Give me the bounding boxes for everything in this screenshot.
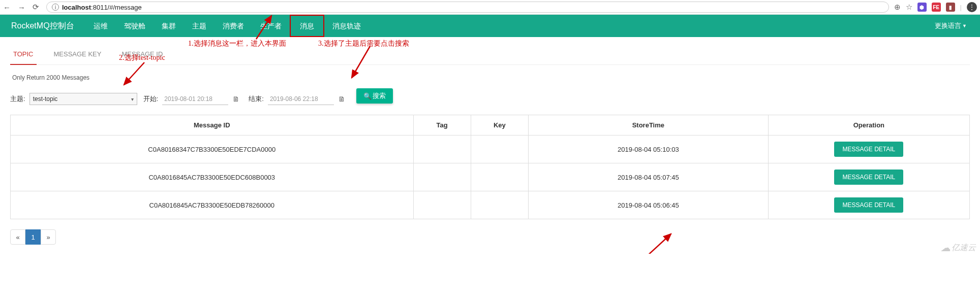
app-header: RocketMQ控制台 运维 驾驶舱 集群 主题 消费者 生产者 消息 消息轨迹… [0,15,980,37]
calendar-icon[interactable]: 🗎 [338,95,345,103]
cell-msgid: C0A80168347C7B3300E50EDE7CDA0000 [11,136,414,163]
cell-tag [413,163,471,191]
start-time-input[interactable] [162,93,228,105]
svg-line-3 [124,62,144,85]
nav-item-trace[interactable]: 消息轨迹 [324,15,369,37]
page-next[interactable]: » [41,229,56,245]
info-message: Only Return 2000 Messages [12,74,968,81]
table-row: C0A80168347C7B3300E50EDE7CDA00002019-08-… [11,136,970,163]
search-in-page-icon[interactable]: ⊕ [894,3,901,12]
message-detail-button[interactable]: MESSAGE DETAIL [834,142,903,157]
back-icon[interactable]: ← [3,3,11,12]
chevron-down-icon: ▼ [962,23,967,28]
reload-icon[interactable]: ⟳ [33,3,39,12]
app-title: RocketMQ控制台 [5,21,80,31]
end-time-input[interactable] [268,93,334,105]
end-label: 结束: [249,94,264,104]
cell-store: 2019-08-04 05:10:03 [528,136,768,163]
browser-menu-icon[interactable]: ⋮ [967,2,977,12]
nav-item-cluster[interactable]: 集群 [154,15,184,37]
content-area: TOPIC MESSAGE KEY MESSAGE ID Only Return… [0,37,980,254]
message-detail-button[interactable]: MESSAGE DETAIL [834,170,903,185]
table-header-row: Message ID Tag Key StoreTime Operation [11,115,970,136]
cell-key [471,136,528,163]
language-switch[interactable]: 更换语言 ▼ [927,21,975,30]
tab-message-key[interactable]: MESSAGE KEY [51,46,105,64]
watermark: ☁ 亿速云 [940,242,976,254]
message-detail-button[interactable]: MESSAGE DETAIL [834,197,903,213]
extension-icon[interactable]: FE [932,3,941,12]
nav-item-message[interactable]: 消息 [290,15,324,37]
th-tag: Tag [413,115,471,136]
tab-message-id[interactable]: MESSAGE ID [118,46,166,64]
tabs: TOPIC MESSAGE KEY MESSAGE ID [10,46,970,65]
cell-op: MESSAGE DETAIL [768,163,969,191]
start-label: 开始: [143,94,159,104]
url-bar[interactable]: i localhost:8011/#/message [46,2,889,13]
cell-store: 2019-08-04 05:07:45 [528,163,768,191]
browser-chrome: ← → ⟳ i localhost:8011/#/message ⊕ ☆ ⬢ F… [0,0,980,15]
th-message-id: Message ID [11,115,414,136]
browser-right: ⊕ ☆ ⬢ FE ▮ | ⋮ [894,2,977,12]
cell-msgid: C0A8016845AC7B3300E50EDC608B0003 [11,163,414,191]
browser-nav-icons: ← → ⟳ [3,3,39,12]
info-icon: i [52,4,59,11]
url-text: localhost:8011/#/message [62,4,142,11]
cell-key [471,163,528,191]
search-icon: 🔍 [363,92,372,100]
page-prev[interactable]: « [10,229,25,245]
topic-select[interactable]: test-topic [29,93,137,105]
cell-op: MESSAGE DETAIL [768,191,969,219]
cloud-icon: ☁ [940,242,951,254]
extension-icon[interactable]: ⬢ [917,3,927,12]
nav-item-producer[interactable]: 生产者 [252,15,290,37]
results-table: Message ID Tag Key StoreTime Operation C… [10,115,970,219]
nav-items: 运维 驾驶舱 集群 主题 消费者 生产者 消息 消息轨迹 [85,15,369,37]
cell-key [471,191,528,219]
table-row: C0A8016845AC7B3300E50EDB782600002019-08-… [11,191,970,219]
tab-topic[interactable]: TOPIC [10,46,37,65]
cell-tag [413,136,471,163]
topic-label: 主题: [10,94,25,104]
forward-icon[interactable]: → [18,3,25,12]
star-icon[interactable]: ☆ [906,3,912,12]
th-storetime: StoreTime [528,115,768,136]
search-row: 主题: test-topic 开始: 🗎 结束: 🗎 🔍搜索 [10,91,970,107]
nav-item-topic[interactable]: 主题 [184,15,215,37]
cell-msgid: C0A8016845AC7B3300E50EDB78260000 [11,191,414,219]
nav-item-dashboard[interactable]: 驾驶舱 [116,15,154,37]
th-operation: Operation [768,115,969,136]
th-key: Key [471,115,528,136]
search-button[interactable]: 🔍搜索 [356,88,393,104]
pagination: « 1 » [10,229,970,245]
page-1[interactable]: 1 [25,229,41,245]
cell-op: MESSAGE DETAIL [768,136,969,163]
nav-item-consumer[interactable]: 消费者 [215,15,252,37]
calendar-icon[interactable]: 🗎 [232,95,239,103]
extension-icon[interactable]: ▮ [946,3,955,12]
cell-tag [413,191,471,219]
nav-item-ops[interactable]: 运维 [85,15,116,37]
table-row: C0A8016845AC7B3300E50EDC608B00032019-08-… [11,163,970,191]
cell-store: 2019-08-04 05:06:45 [528,191,768,219]
